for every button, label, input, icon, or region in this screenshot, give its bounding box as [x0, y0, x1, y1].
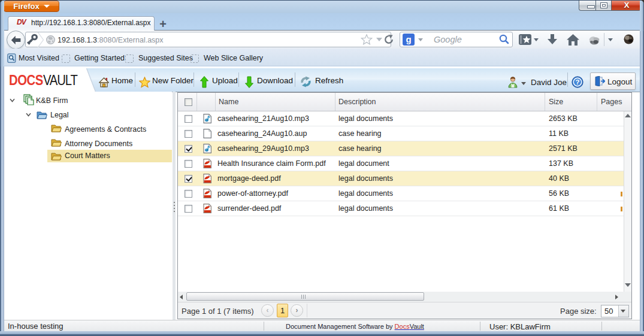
- svg-text:?: ?: [575, 78, 579, 86]
